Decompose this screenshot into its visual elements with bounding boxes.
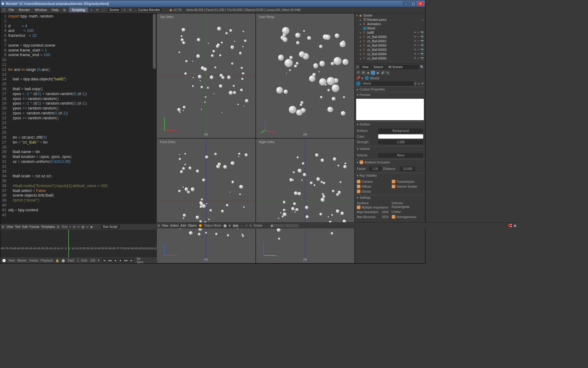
code-line[interactable]: 21 zpos = random.randint(0,(d-1)) xyxy=(0,111,156,116)
outliner-row[interactable]: ▸✦Animation xyxy=(355,22,425,26)
editor-type-icon[interactable]: ⊞ xyxy=(157,224,160,227)
restrict-icons[interactable]: 👁 ↗ 📷 xyxy=(414,48,424,51)
jump-first-button[interactable]: |◀ xyxy=(102,258,107,263)
factor-input[interactable]: 1.00 xyxy=(369,167,381,171)
scene-add-icon[interactable]: + xyxy=(122,7,127,12)
mapres-input[interactable]: 1024 xyxy=(382,210,388,214)
tab-object-icon[interactable]: ▣ xyxy=(376,71,380,75)
code-line[interactable]: 14 ball = bpy.data.objects["ballB"] xyxy=(0,77,156,82)
distance-input[interactable]: 10.000 xyxy=(400,167,415,171)
current-frame-input[interactable]: 4 xyxy=(98,259,100,262)
code-line[interactable]: 24 xyxy=(0,125,156,130)
ao-checkbox[interactable]: ✓ xyxy=(360,160,363,164)
screen-layout-icon[interactable]: ⊞ xyxy=(62,7,67,12)
text-delete-icon[interactable]: ✕ xyxy=(77,225,80,228)
volscatter-checkbox[interactable]: ✓ xyxy=(392,185,395,188)
world-name-input[interactable]: World xyxy=(362,81,413,86)
outliner-row[interactable]: ▸▽zz_Ball-00003👁 ↗ 📷 xyxy=(355,48,425,52)
fake-user-button[interactable]: F xyxy=(415,82,417,86)
code-line[interactable]: 22 zpos += random.random() xyxy=(0,116,156,121)
code-line[interactable]: 6 xyxy=(0,38,156,43)
outliner-row[interactable]: ▸▽zz_Ball-00002👁 ↗ 📷 xyxy=(355,43,425,48)
minimize-button[interactable]: – xyxy=(402,1,409,6)
code-line[interactable]: 7scene = bpy.context.scene xyxy=(0,43,156,48)
unlink-world-icon[interactable]: ✕ xyxy=(421,82,424,86)
snap-icon[interactable]: 🧲 xyxy=(508,224,512,227)
window-titlebar[interactable]: ◆ Blender* [C:\Users\illia\owncloud-anta… xyxy=(0,0,425,7)
transmission-checkbox[interactable]: ✓ xyxy=(392,180,395,183)
code-line[interactable]: 33 xyxy=(0,169,156,174)
shading-solid-icon[interactable]: ⬤ xyxy=(223,224,227,227)
code-line[interactable]: 40 xyxy=(0,203,156,208)
panel-ray-visibility[interactable]: ▾ Ray Visibility xyxy=(355,173,425,178)
panel-settings[interactable]: ▾ Settings xyxy=(355,195,425,200)
color-swatch[interactable] xyxy=(378,134,423,139)
layers-icon[interactable]: ▦▦ xyxy=(233,224,238,227)
expand-icon[interactable]: ▸ xyxy=(360,40,363,43)
outliner[interactable]: ▾◉Scene▸🎬RenderLayers▢▸✦Animation🌐World▸… xyxy=(355,13,425,64)
panel-ambient-occlusion[interactable]: ▾ ✓ Ambient Occlusion xyxy=(355,159,425,165)
code-line[interactable]: 5frameAnz = 10 xyxy=(0,33,156,38)
translate-icon[interactable]: ↗ xyxy=(245,224,247,227)
panel-custom-properties[interactable]: ▸ Custom Properties xyxy=(355,87,425,92)
camera-checkbox[interactable]: ✓ xyxy=(357,180,360,183)
tab-render-icon[interactable]: 🎬 xyxy=(356,71,360,75)
maxbounce-input[interactable]: 1024 xyxy=(382,215,388,219)
pin-icon[interactable]: 📌 xyxy=(356,76,360,80)
code-line[interactable]: 42 xyxy=(0,213,156,217)
code-line[interactable]: 20 ypos += random.random() xyxy=(0,106,156,111)
menu-window[interactable]: Window xyxy=(32,8,49,12)
text-name-field[interactable]: Text xyxy=(62,225,67,228)
viewport-front-ortho[interactable]: Front Ortho (4) xz xyxy=(156,138,256,263)
wrap-icon[interactable]: ↩ xyxy=(86,225,89,228)
time-ruler[interactable]: -80-75-70-65-60-55-50-45-40-35-30-25-20-… xyxy=(0,247,156,252)
homo-checkbox[interactable]: ✓ xyxy=(392,215,395,219)
menu-file[interactable]: File xyxy=(6,8,17,12)
code-line[interactable]: 19 ypos = -1 * (d/2) + random.randint(0,… xyxy=(0,101,156,106)
line-numbers-icon[interactable]: ▤ xyxy=(81,225,84,228)
code-line[interactable]: 18 xpos += random.random() xyxy=(0,96,156,101)
layout-add-icon[interactable]: + xyxy=(89,7,94,12)
panel-surface[interactable]: ▾ Surface xyxy=(355,122,425,127)
expand-icon[interactable]: ▸ xyxy=(360,31,363,34)
tab-modifiers-icon[interactable]: 🔧 xyxy=(386,71,390,75)
interp-dropdown[interactable]: Linear xyxy=(392,210,424,213)
code-line[interactable]: 16 tball = ball.copy() xyxy=(0,86,156,91)
code-line[interactable]: 34 tball.scale = (sz,sz,sz) xyxy=(0,174,156,178)
code-line[interactable]: 15 xyxy=(0,82,156,86)
viewport-user-persp[interactable]: User Persp (4) xyxy=(256,13,355,138)
rotate-icon[interactable]: ↻ xyxy=(249,224,252,227)
search-icon[interactable]: 🔍 xyxy=(420,65,424,69)
viewport-top-ortho[interactable]: Top Ortho (4) xy xyxy=(156,13,256,138)
jump-next-button[interactable]: ▶▶ xyxy=(124,258,129,263)
text-menu-text[interactable]: Text xyxy=(15,225,21,228)
outliner-row[interactable]: ▸▽zz_Ball-00000👁 ↗ 📷 xyxy=(355,35,425,39)
diffuse-checkbox[interactable]: ✓ xyxy=(357,185,360,188)
jump-prev-button[interactable]: ◀◀ xyxy=(107,258,112,263)
code-line[interactable]: 28 xyxy=(0,145,156,150)
editor-type-icon[interactable]: ⓘ xyxy=(1,7,6,12)
text-menu-format[interactable]: Format xyxy=(29,225,39,228)
run-script-button[interactable]: Run Script xyxy=(101,224,120,229)
expand-icon[interactable]: ▸ xyxy=(360,18,363,21)
syntax-icon[interactable]: ◆ xyxy=(90,225,93,228)
v3d-menu-view[interactable]: View xyxy=(162,224,168,227)
code-line[interactable]: 29 tball.name = bn xyxy=(0,149,156,154)
text-add-icon[interactable]: + xyxy=(69,225,71,228)
code-line[interactable]: 3d = 4 xyxy=(0,24,156,29)
mode-dropdown[interactable]: Object Mode xyxy=(204,224,221,227)
tab-world-icon[interactable]: 🌐 xyxy=(371,71,375,75)
play-reverse-button[interactable]: ◀ xyxy=(113,258,118,263)
mi-checkbox[interactable]: ✓ xyxy=(357,205,360,209)
restrict-icons[interactable]: 👁 ↗ 📷 xyxy=(414,44,424,47)
volume-dropdown[interactable]: None xyxy=(378,153,423,158)
code-line[interactable]: 11 xyxy=(0,62,156,67)
mode-icon[interactable]: 🔶 xyxy=(198,224,202,227)
code-line[interactable]: 25 xyxy=(0,130,156,135)
restrict-icons[interactable]: 👁 ↗ 📷 xyxy=(414,52,424,56)
outliner-row[interactable]: ▸▽zz_Ball-00005👁 ↗ 📷 xyxy=(355,56,425,60)
menu-help[interactable]: Help xyxy=(49,8,61,12)
timeline[interactable]: -80-75-70-65-60-55-50-45-40-35-30-25-20-… xyxy=(0,230,156,257)
expand-icon[interactable]: ▾ xyxy=(356,14,359,17)
v3d-menu-select[interactable]: Select xyxy=(170,224,179,227)
